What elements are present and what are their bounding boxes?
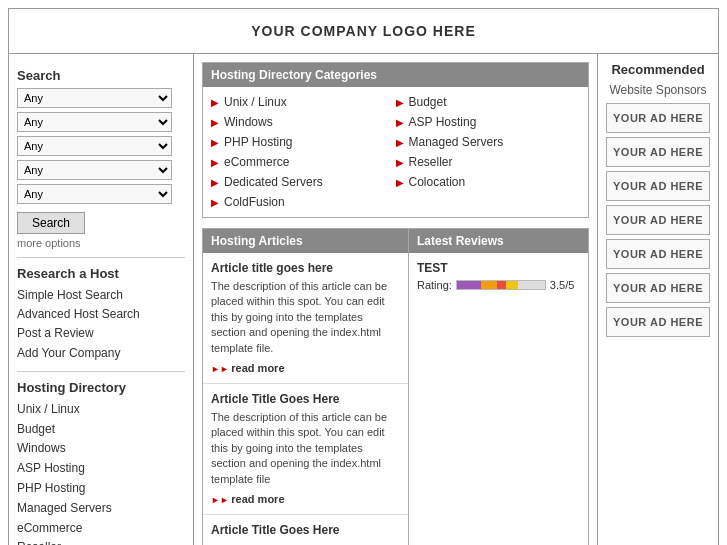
cat-arrow-ecommerce: ▶ xyxy=(211,157,219,168)
research-host-title: Research a Host xyxy=(17,266,185,281)
sidebar-divider-1 xyxy=(17,257,185,258)
article-item-1: Article Title Goes Here The description … xyxy=(203,384,408,515)
more-options-link[interactable]: more options xyxy=(17,237,185,249)
reviews-header: Latest Reviews xyxy=(409,229,588,253)
research-links: Simple Host Search Advanced Host Search … xyxy=(17,286,185,363)
cat-arrow-reseller: ▶ xyxy=(396,157,404,168)
categories-header: Hosting Directory Categories xyxy=(203,63,588,87)
left-sidebar: Search Any Any Any Any Any Search more o… xyxy=(9,54,194,545)
sidebar-php-link[interactable]: PHP Hosting xyxy=(17,479,185,499)
cat-colocation[interactable]: ▶Colocation xyxy=(396,173,581,191)
cat-managed[interactable]: ▶Managed Servers xyxy=(396,133,581,151)
search-title: Search xyxy=(17,68,185,83)
cat-arrow-managed: ▶ xyxy=(396,137,404,148)
sidebar-managed-link[interactable]: Managed Servers xyxy=(17,499,185,519)
review-name-0: TEST xyxy=(417,261,580,275)
sidebar-divider-2 xyxy=(17,371,185,372)
cat-budget[interactable]: ▶Budget xyxy=(396,93,581,111)
cat-unix[interactable]: ▶Unix / Linux xyxy=(211,93,396,111)
cat-arrow-colocation: ▶ xyxy=(396,177,404,188)
recommended-title: Recommended xyxy=(606,62,710,77)
cat-arrow-budget: ▶ xyxy=(396,97,404,108)
categories-box: Hosting Directory Categories ▶Unix / Lin… xyxy=(202,62,589,218)
rating-bar xyxy=(456,280,546,290)
read-more-1[interactable]: read more xyxy=(211,493,285,505)
logo-text: YOUR COMPANY LOGO HERE xyxy=(251,23,476,39)
ad-box-3[interactable]: YouR AD HERE xyxy=(606,205,710,235)
cat-arrow-php: ▶ xyxy=(211,137,219,148)
advanced-host-search-link[interactable]: Advanced Host Search xyxy=(17,305,185,324)
review-item-0: TEST Rating: 3.5/5 xyxy=(409,253,588,299)
hosting-dir-sidebar-title: Hosting Directory xyxy=(17,380,185,395)
article-item-2: Article Title Goes Here xyxy=(203,515,408,545)
cat-arrow-windows: ▶ xyxy=(211,117,219,128)
categories-grid: ▶Unix / Linux ▶Budget ▶Windows ▶ASP Host… xyxy=(203,87,588,217)
search-button[interactable]: Search xyxy=(17,212,85,234)
article-title-0[interactable]: Article title goes here xyxy=(211,261,400,275)
cat-reseller[interactable]: ▶Reseller xyxy=(396,153,581,171)
article-desc-0: The description of this article can be p… xyxy=(211,279,400,356)
search-select-1[interactable]: Any xyxy=(17,88,172,108)
cat-arrow-asp: ▶ xyxy=(396,117,404,128)
ad-box-6[interactable]: YouR AD HERE xyxy=(606,307,710,337)
post-review-link[interactable]: Post a Review xyxy=(17,324,185,343)
simple-host-search-link[interactable]: Simple Host Search xyxy=(17,286,185,305)
sidebar-reseller-link[interactable]: Reseller xyxy=(17,538,185,545)
article-title-1[interactable]: Article Title Goes Here xyxy=(211,392,400,406)
center-content: Hosting Directory Categories ▶Unix / Lin… xyxy=(194,54,598,545)
articles-col: Hosting Articles Article title goes here… xyxy=(203,229,408,545)
main-layout: Search Any Any Any Any Any Search more o… xyxy=(9,54,718,545)
search-select-5[interactable]: Any xyxy=(17,184,172,204)
search-select-2[interactable]: Any xyxy=(17,112,172,132)
page-wrapper: YOUR COMPANY LOGO HERE Search Any Any An… xyxy=(8,8,719,545)
cat-arrow-unix: ▶ xyxy=(211,97,219,108)
read-more-0[interactable]: read more xyxy=(211,362,285,374)
reviews-col: Latest Reviews TEST Rating: 3.5/5 xyxy=(408,229,588,545)
rating-label: Rating: xyxy=(417,279,452,291)
cat-dedicated[interactable]: ▶Dedicated Servers xyxy=(211,173,396,191)
articles-reviews-layout: Hosting Articles Article title goes here… xyxy=(202,228,589,545)
cat-php[interactable]: ▶PHP Hosting xyxy=(211,133,396,151)
ad-box-1[interactable]: YouR AD HERE xyxy=(606,137,710,167)
ad-box-0[interactable]: YoUR AD HERE xyxy=(606,103,710,133)
cat-arrow-coldfusion: ▶ xyxy=(211,197,219,208)
sidebar-unix-link[interactable]: Unix / Linux xyxy=(17,400,185,420)
sidebar-ecommerce-link[interactable]: eCommerce xyxy=(17,519,185,539)
rating-value: 3.5/5 xyxy=(550,279,574,291)
ad-box-2[interactable]: YouR AD HERE xyxy=(606,171,710,201)
right-sidebar: Recommended Website Sponsors YoUR AD HER… xyxy=(598,54,718,545)
articles-header: Hosting Articles xyxy=(203,229,408,253)
search-select-3[interactable]: Any xyxy=(17,136,172,156)
cat-windows[interactable]: ▶Windows xyxy=(211,113,396,131)
cat-asp[interactable]: ▶ASP Hosting xyxy=(396,113,581,131)
cat-arrow-dedicated: ▶ xyxy=(211,177,219,188)
add-company-link[interactable]: Add Your Company xyxy=(17,344,185,363)
rating-row-0: Rating: 3.5/5 xyxy=(417,279,580,291)
sidebar-asp-link[interactable]: ASP Hosting xyxy=(17,459,185,479)
sidebar-budget-link[interactable]: Budget xyxy=(17,420,185,440)
rating-bar-fill xyxy=(457,281,519,289)
header: YOUR COMPANY LOGO HERE xyxy=(9,9,718,54)
ad-box-4[interactable]: YouR AD HERE xyxy=(606,239,710,269)
hosting-dir-sidebar-links: Unix / Linux Budget Windows ASP Hosting … xyxy=(17,400,185,545)
ad-box-5[interactable]: YouR AD HERE xyxy=(606,273,710,303)
article-item-0: Article title goes here The description … xyxy=(203,253,408,384)
search-select-4[interactable]: Any xyxy=(17,160,172,180)
cat-coldfusion[interactable]: ▶ColdFusion xyxy=(211,193,396,211)
article-desc-1: The description of this article can be p… xyxy=(211,410,400,487)
cat-ecommerce[interactable]: ▶eCommerce xyxy=(211,153,396,171)
sponsors-title: Website Sponsors xyxy=(606,83,710,97)
article-title-2[interactable]: Article Title Goes Here xyxy=(211,523,400,537)
sidebar-windows-link[interactable]: Windows xyxy=(17,439,185,459)
